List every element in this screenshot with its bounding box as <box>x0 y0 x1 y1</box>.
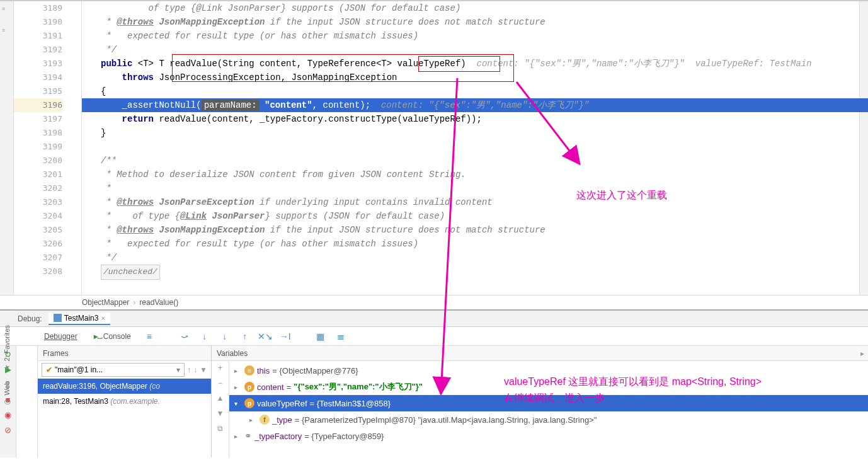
new-watch-icon[interactable]: + <box>218 364 222 372</box>
variables-header: Variables <box>217 346 248 361</box>
link-icon: ⚭ <box>244 431 252 441</box>
next-frame-icon[interactable]: ↓ <box>193 365 197 374</box>
debug-config-tab[interactable]: TestMain3 × <box>49 312 110 325</box>
folded-region[interactable]: /unchecked/ <box>101 265 160 280</box>
editor-area: ▫ ▫ 3189 3190 3191 3192 3193 3194 3195 3… <box>0 1 868 310</box>
frame-item[interactable]: readValue:3196, ObjectMapper (co <box>38 379 211 394</box>
force-step-into-icon[interactable]: ↓ <box>219 331 231 342</box>
variable-row[interactable]: ▸ f _type = {ParameterizedTypeImpl@870} … <box>229 411 868 428</box>
project-tool-icon[interactable]: ▫ <box>3 4 11 13</box>
frames-panel: Frames ✔ "main"@1 in... ▾ ↑ ↓ ▼ readValu… <box>38 346 212 457</box>
down-watch-icon[interactable]: ▼ <box>217 409 224 418</box>
inline-debug-hint: content: "{"sex":"男","name":"小李飞刀"}" val… <box>466 59 812 69</box>
variables-tree[interactable]: ▸ ≡ this = {ObjectMapper@776} ▸ p conten… <box>229 361 868 457</box>
param-icon: p <box>244 398 254 408</box>
step-into-icon[interactable]: ↓ <box>199 331 210 342</box>
execution-line: _assertNotNull(paramName: "content", con… <box>82 98 868 112</box>
code-editor[interactable]: of type {@Link JsonParser} supports (JSO… <box>82 1 868 309</box>
debug-label: Debug: <box>18 314 42 323</box>
debug-tool-window: Debug: TestMain3 × Debugger ▸⎵Console ≡ … <box>0 310 868 457</box>
frames-list[interactable]: readValue:3196, ObjectMapper (co main:28… <box>38 379 211 457</box>
left-side-tabs: ★2: Favorites ◎Web <box>0 321 14 447</box>
vars-settings-icon[interactable]: ▸ <box>860 346 864 361</box>
breadcrumb[interactable]: ObjectMapper›readValue() <box>0 295 868 309</box>
param-icon: p <box>244 382 254 392</box>
variable-row[interactable]: ▸ ⚭ _typeFactory = {TypeFactory@859} <box>229 428 868 444</box>
structure-tool-icon[interactable]: ▫ <box>3 25 11 34</box>
run-config-icon <box>54 314 62 322</box>
prev-frame-icon[interactable]: ↑ <box>187 365 191 374</box>
trace-icon[interactable]: ≣ <box>335 331 346 342</box>
variable-row[interactable]: ▾ p valueTypeRef = {TestMain3$1@858} <box>229 395 868 411</box>
variable-row[interactable]: ▸ ≡ this = {ObjectMapper@776} <box>229 362 868 379</box>
step-over-icon[interactable]: ⤻ <box>179 331 190 342</box>
debug-toolbar: Debugger ▸⎵Console ≡ ⤻ ↓ ↓ ↑ ✕↘ →I ▦ ≣ <box>0 327 868 346</box>
thread-selector[interactable]: ✔ "main"@1 in... ▾ <box>42 363 185 377</box>
left-tool-gutter: ▫ ▫ <box>0 1 14 309</box>
copy-watch-icon[interactable]: ⧉ <box>217 424 223 433</box>
debugger-tab[interactable]: Debugger <box>40 330 81 343</box>
variables-panel: Variables▸ + − ▲ ▼ ⧉ ▸ ≡ this = {ObjectM… <box>212 346 868 457</box>
line-number-gutter: 3189 3190 3191 3192 3193 3194 3195 3196 … <box>14 1 82 309</box>
up-watch-icon[interactable]: ▲ <box>217 394 224 403</box>
console-tab[interactable]: ▸⎵Console <box>90 330 135 343</box>
web-tab[interactable]: ◎Web <box>1 377 13 410</box>
evaluate-icon[interactable]: ▦ <box>315 331 326 342</box>
step-out-icon[interactable]: ↑ <box>239 331 251 342</box>
frame-item[interactable]: main:28, TestMain3 (com.example. <box>38 394 211 409</box>
drop-frame-icon[interactable]: ✕↘ <box>260 331 271 342</box>
close-tab-icon[interactable]: × <box>101 314 105 322</box>
this-icon: ≡ <box>244 365 254 375</box>
threads-icon[interactable]: ≡ <box>144 331 155 342</box>
favorites-tab[interactable]: ★2: Favorites <box>1 321 13 376</box>
field-icon: f <box>260 415 270 425</box>
frames-header: Frames <box>43 346 69 361</box>
remove-watch-icon[interactable]: − <box>218 379 222 387</box>
run-to-cursor-icon[interactable]: →I <box>280 331 291 342</box>
variable-row[interactable]: ▸ p content = "{"sex":"男","name":"小李飞刀"}… <box>229 379 868 395</box>
filter-frames-icon[interactable]: ▼ <box>200 365 207 374</box>
